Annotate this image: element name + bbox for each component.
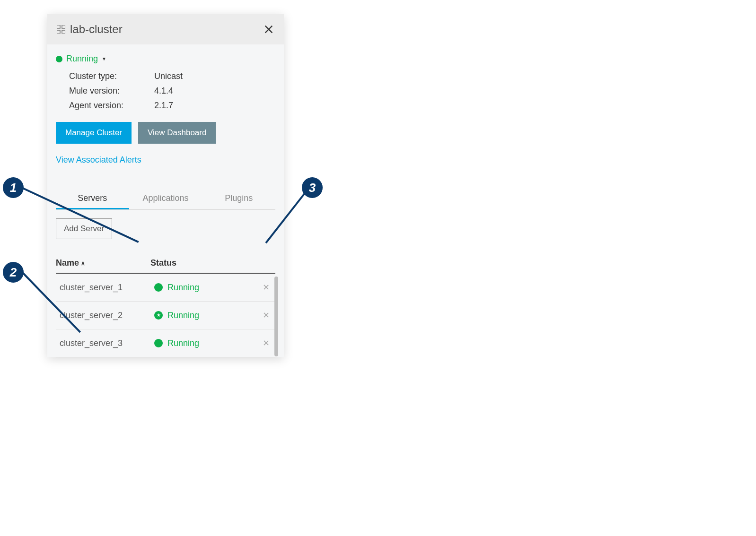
table-row[interactable]: cluster_server_1 Running ✕ — [56, 274, 275, 302]
panel-header: lab-cluster — [47, 14, 284, 44]
servers-table-body: cluster_server_1 Running ✕ cluster_serve… — [56, 274, 275, 357]
panel-title: lab-cluster — [70, 23, 123, 36]
panel-body: Running ▼ Cluster type: Unicast Mule ver… — [47, 44, 284, 357]
cluster-type-label: Cluster type: — [69, 71, 154, 81]
column-header-name-text: Name — [56, 258, 79, 268]
cluster-type-value: Unicast — [154, 71, 183, 81]
agent-version-value: 2.1.7 — [154, 101, 173, 111]
status-label: Running — [66, 54, 98, 64]
status-star-icon: ★ — [154, 311, 163, 320]
tab-applications[interactable]: Applications — [129, 189, 202, 209]
sort-ascending-icon: ∧ — [81, 260, 85, 267]
view-dashboard-button[interactable]: View Dashboard — [138, 122, 216, 144]
svg-rect-3 — [62, 30, 65, 34]
scrollbar[interactable] — [274, 277, 278, 356]
info-row-cluster-type: Cluster type: Unicast — [69, 71, 275, 81]
column-header-status[interactable]: Status — [150, 258, 275, 268]
server-status: ★ Running — [154, 311, 261, 320]
info-row-agent-version: Agent version: 2.1.7 — [69, 101, 275, 111]
close-icon: ✕ — [263, 283, 270, 292]
add-server-button[interactable]: Add Server — [56, 218, 112, 239]
chevron-down-icon: ▼ — [102, 56, 106, 61]
callout-badge-2: 2 — [3, 262, 24, 283]
cluster-details-panel: lab-cluster Running ▼ Cluster type: Unic… — [47, 14, 284, 357]
svg-rect-0 — [57, 25, 60, 28]
view-alerts-link[interactable]: View Associated Alerts — [56, 155, 141, 165]
agent-version-label: Agent version: — [69, 101, 154, 111]
remove-server-button[interactable]: ✕ — [261, 282, 272, 293]
server-status: Running — [154, 338, 261, 348]
server-name: cluster_server_3 — [60, 338, 154, 348]
manage-cluster-button[interactable]: Manage Cluster — [56, 122, 132, 144]
tab-servers[interactable]: Servers — [56, 189, 129, 209]
tab-plugins[interactable]: Plugins — [202, 189, 275, 209]
remove-server-button[interactable]: ✕ — [261, 338, 272, 348]
remove-server-button[interactable]: ✕ — [261, 310, 272, 320]
svg-rect-2 — [57, 30, 60, 34]
server-status-text: Running — [167, 283, 199, 293]
server-name: cluster_server_2 — [60, 311, 154, 320]
status-dropdown[interactable]: Running ▼ — [56, 54, 275, 64]
server-status-text: Running — [167, 338, 199, 348]
close-icon — [264, 24, 274, 35]
table-row[interactable]: cluster_server_2 ★ Running ✕ — [56, 302, 275, 329]
cluster-info: Cluster type: Unicast Mule version: 4.1.… — [69, 71, 275, 111]
panel-header-left: lab-cluster — [57, 23, 123, 36]
mule-version-value: 4.1.4 — [154, 86, 173, 96]
column-header-name[interactable]: Name ∧ — [56, 258, 150, 268]
cluster-icon — [57, 25, 65, 34]
close-button[interactable] — [263, 24, 274, 35]
server-name: cluster_server_1 — [60, 283, 154, 293]
server-status: Running — [154, 283, 261, 293]
mule-version-label: Mule version: — [69, 86, 154, 96]
table-row[interactable]: cluster_server_3 Running ✕ — [56, 329, 275, 357]
status-dot-icon — [154, 339, 163, 347]
svg-rect-1 — [62, 25, 65, 28]
server-status-text: Running — [167, 311, 199, 320]
tabs: Servers Applications Plugins — [56, 189, 275, 210]
callout-badge-1: 1 — [3, 177, 24, 198]
status-dot-icon — [154, 283, 163, 292]
callout-badge-3: 3 — [302, 177, 323, 198]
info-row-mule-version: Mule version: 4.1.4 — [69, 86, 275, 96]
status-dot-icon — [56, 56, 62, 62]
close-icon: ✕ — [263, 338, 270, 348]
close-icon: ✕ — [263, 311, 270, 320]
action-buttons: Manage Cluster View Dashboard — [56, 122, 275, 144]
servers-table-header: Name ∧ Status — [56, 253, 275, 274]
